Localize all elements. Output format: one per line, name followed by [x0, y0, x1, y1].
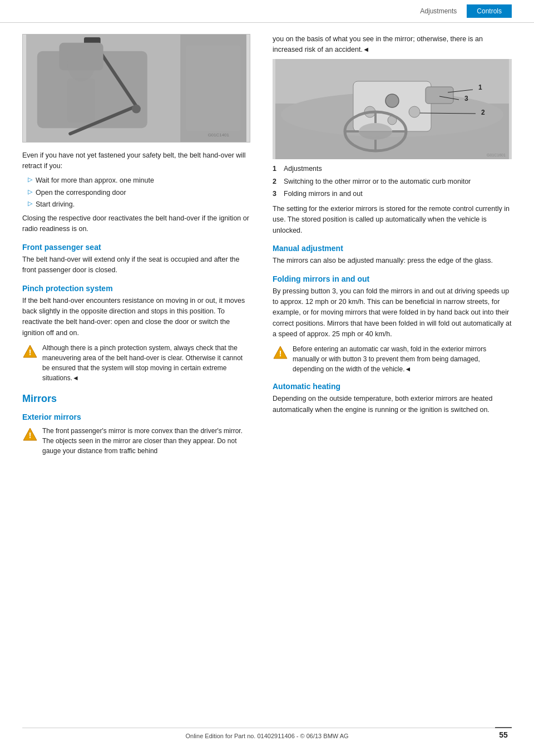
- svg-text:G01C1601: G01C1601: [487, 153, 506, 157]
- svg-rect-6: [186, 46, 241, 131]
- svg-point-8: [132, 105, 141, 114]
- auto-heating-text: Depending on the outside temperature, bo…: [273, 394, 512, 415]
- num-label-1: 1: [273, 164, 284, 174]
- warning-icon-exterior: !: [22, 427, 38, 443]
- auto-heating-heading: Automatic heating: [273, 382, 512, 391]
- exterior-warning-text: The front passenger's mirror is more con…: [42, 426, 250, 456]
- manual-heading: Manual adjustment: [273, 244, 512, 253]
- warning-icon-folding: !: [273, 345, 288, 361]
- svg-text:!: !: [29, 348, 32, 357]
- tab-controls[interactable]: Controls: [467, 4, 512, 18]
- bullet-item-2: ▷ Open the corresponding door: [22, 188, 250, 198]
- left-column: G01C1401 Even if you have not yet fasten…: [22, 34, 267, 460]
- bullet-text-1: Wait for more than approx. one minute: [36, 175, 154, 186]
- num-text-1: Adjustments: [284, 164, 322, 174]
- bullet-arrow-2: ▷: [28, 188, 32, 195]
- bullet-text-3: Start driving.: [36, 199, 75, 210]
- front-passenger-text: The belt hand-over will extend only if t…: [22, 254, 250, 276]
- numbered-list: 1 Adjustments 2 Switching to the other m…: [273, 164, 512, 199]
- footer: Online Edition for Part no. 01402911406 …: [22, 728, 512, 739]
- continuation-text: you on the basis of what you see in the …: [273, 34, 512, 56]
- page-container: Adjustments Controls: [0, 0, 534, 756]
- bullet-arrow-3: ▷: [28, 200, 32, 207]
- svg-text:3: 3: [464, 95, 468, 102]
- folding-heading: Folding mirrors in and out: [273, 274, 512, 283]
- svg-text:!: !: [29, 431, 32, 440]
- pinch-heading: Pinch protection system: [22, 284, 250, 293]
- svg-point-22: [409, 106, 420, 117]
- svg-point-20: [385, 94, 399, 107]
- seatbelt-intro-text: Even if you have not yet fastened your s…: [22, 150, 250, 172]
- mirror-diagram-image: 1 2 3 G01C1601: [273, 59, 512, 159]
- bullet-text-2: Open the corresponding door: [36, 188, 126, 198]
- numbered-item-2: 2 Switching to the other mirror or to th…: [273, 176, 512, 187]
- num-text-3: Folding mirrors in and out: [284, 189, 363, 199]
- closing-text: Closing the respective door reactivates …: [22, 213, 250, 235]
- svg-rect-24: [426, 87, 453, 104]
- num-label-2: 2: [273, 176, 284, 187]
- svg-point-9: [67, 48, 95, 81]
- warning-icon-pinch: !: [22, 344, 38, 360]
- num-text-2: Switching to the other mirror or to the …: [284, 176, 471, 187]
- page-number: 55: [495, 727, 512, 739]
- stored-text: The setting for the exterior mirrors is …: [273, 204, 512, 236]
- svg-text:1: 1: [478, 84, 482, 91]
- bullet-item-1: ▷ Wait for more than approx. one minute: [22, 175, 250, 186]
- exterior-mirrors-heading: Exterior mirrors: [22, 413, 250, 421]
- svg-text:!: !: [279, 349, 282, 358]
- footer-text: Online Edition for Part no. 01402911406 …: [185, 733, 348, 739]
- bullet-item-3: ▷ Start driving.: [22, 199, 250, 210]
- folding-warning-box: ! Before entering an automatic car wash,…: [273, 344, 512, 374]
- numbered-item-1: 1 Adjustments: [273, 164, 512, 174]
- manual-text: The mirrors can also be adjusted manuall…: [273, 256, 512, 266]
- seatbelt-diagram-image: G01C1401: [22, 34, 250, 143]
- svg-rect-10: [67, 78, 95, 122]
- pinch-warning-box: ! Although there is a pinch protection s…: [22, 343, 250, 383]
- svg-text:2: 2: [481, 109, 485, 116]
- header-tabs: Adjustments Controls: [410, 4, 512, 18]
- svg-text:G01C1401: G01C1401: [208, 132, 230, 138]
- numbered-item-3: 3 Folding mirrors in and out: [273, 189, 512, 199]
- exterior-warning-box: ! The front passenger's mirror is more c…: [22, 426, 250, 456]
- front-passenger-heading: Front passenger seat: [22, 243, 250, 252]
- num-label-3: 3: [273, 189, 284, 199]
- bullet-arrow-1: ▷: [28, 176, 32, 183]
- content-area: G01C1401 Even if you have not yet fasten…: [0, 23, 534, 472]
- svg-point-32: [359, 123, 392, 140]
- right-column: you on the basis of what you see in the …: [267, 34, 512, 460]
- header-bar: Adjustments Controls: [0, 0, 534, 23]
- folding-warning-text: Before entering an automatic car wash, f…: [293, 344, 512, 374]
- mirrors-heading: Mirrors: [22, 393, 250, 405]
- tab-adjustments[interactable]: Adjustments: [410, 4, 467, 18]
- pinch-warning-text: Although there is a pinch protection sys…: [42, 343, 250, 383]
- pinch-text: If the belt hand-over encounters resista…: [22, 296, 250, 339]
- folding-text: By pressing button 3, you can fold the m…: [273, 286, 512, 340]
